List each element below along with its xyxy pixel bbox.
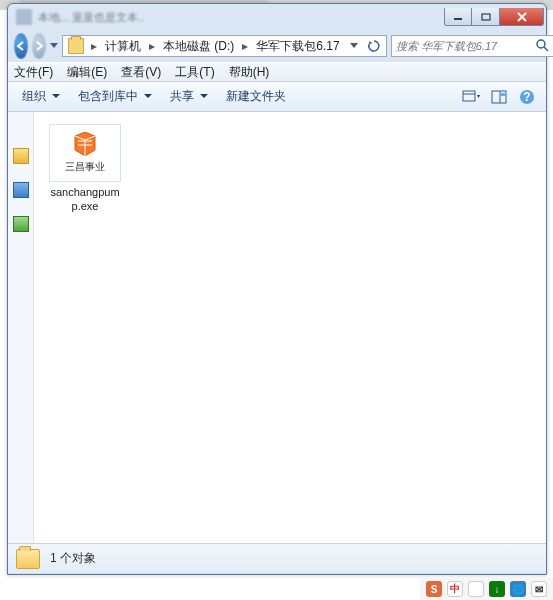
folder-icon (16, 549, 40, 569)
chevron-right-icon[interactable]: ▸ (87, 39, 101, 53)
organize-button[interactable]: 组织 (16, 86, 66, 107)
search-icon[interactable] (535, 38, 549, 55)
system-tray: S 中 ⚙ ↓ 🌐 ✉ (420, 578, 553, 600)
svg-rect-8 (501, 93, 505, 96)
svg-text:?: ? (523, 90, 530, 104)
menu-bar: 文件(F) 编辑(E) 查看(V) 工具(T) 帮助(H) (8, 62, 546, 82)
history-dropdown[interactable] (50, 33, 58, 59)
include-library-button[interactable]: 包含到库中 (72, 86, 158, 107)
svg-line-3 (544, 47, 548, 51)
libraries-icon[interactable] (13, 182, 29, 198)
menu-tools[interactable]: 工具(T) (175, 64, 214, 81)
file-list[interactable]: 三昌事业 sanchangpump.exe (34, 112, 546, 543)
file-caption: 三昌事业 (65, 160, 105, 174)
folder-icon (68, 38, 84, 54)
svg-rect-6 (492, 91, 506, 103)
chevron-right-icon[interactable]: ▸ (238, 39, 252, 53)
explorer-window: 本地... 里里也是文本.. ▸ 计算机 ▸ (7, 3, 547, 575)
homegroup-icon[interactable] (13, 216, 29, 232)
exe-icon: 三昌事业 (49, 124, 121, 182)
preview-pane-button[interactable] (488, 86, 510, 108)
breadcrumb-folder[interactable]: 华军下载包6.17 (252, 36, 343, 56)
back-button[interactable] (14, 33, 28, 59)
breadcrumb-drive[interactable]: 本地磁盘 (D:) (159, 36, 238, 56)
help-button[interactable]: ? (516, 86, 538, 108)
chevron-right-icon[interactable]: ▸ (145, 39, 159, 53)
new-folder-button[interactable]: 新建文件夹 (220, 86, 292, 107)
view-options-button[interactable] (460, 86, 482, 108)
navigation-bar: ▸ 计算机 ▸ 本地磁盘 (D:) ▸ 华军下载包6.17 (8, 30, 546, 62)
menu-file[interactable]: 文件(F) (14, 64, 53, 81)
search-box[interactable] (391, 35, 553, 57)
minimize-button[interactable] (444, 8, 472, 26)
svg-rect-1 (482, 14, 490, 20)
tray-icon[interactable]: 🌐 (510, 581, 526, 597)
file-item[interactable]: 三昌事业 sanchangpump.exe (46, 124, 124, 214)
file-name: sanchangpump.exe (46, 186, 124, 214)
svg-rect-4 (463, 91, 475, 101)
favorites-icon[interactable] (13, 148, 29, 164)
command-bar: 组织 包含到库中 共享 新建文件夹 ? (8, 82, 546, 112)
search-input[interactable] (396, 40, 535, 52)
menu-view[interactable]: 查看(V) (121, 64, 161, 81)
forward-button[interactable] (32, 33, 46, 59)
address-dropdown[interactable] (344, 36, 364, 56)
tray-icon[interactable]: S (426, 581, 442, 597)
navigation-pane[interactable] (8, 112, 34, 543)
tray-icon[interactable]: ✉ (531, 581, 547, 597)
maximize-button[interactable] (472, 8, 500, 26)
breadcrumb-computer[interactable]: 计算机 (101, 36, 145, 56)
menu-edit[interactable]: 编辑(E) (67, 64, 107, 81)
menu-help[interactable]: 帮助(H) (229, 64, 270, 81)
item-count: 1 个对象 (50, 550, 96, 567)
titlebar: 本地... 里里也是文本.. (8, 4, 546, 30)
explorer-body: 三昌事业 sanchangpump.exe (8, 112, 546, 543)
refresh-button[interactable] (364, 36, 384, 56)
tray-icon[interactable]: ⚙ (468, 581, 484, 597)
share-button[interactable]: 共享 (164, 86, 214, 107)
details-pane: 1 个对象 (8, 543, 546, 573)
svg-point-2 (537, 40, 545, 48)
address-bar[interactable]: ▸ 计算机 ▸ 本地磁盘 (D:) ▸ 华军下载包6.17 (62, 35, 387, 57)
tray-icon[interactable]: ↓ (489, 581, 505, 597)
close-button[interactable] (500, 8, 544, 26)
tray-icon[interactable]: 中 (447, 581, 463, 597)
